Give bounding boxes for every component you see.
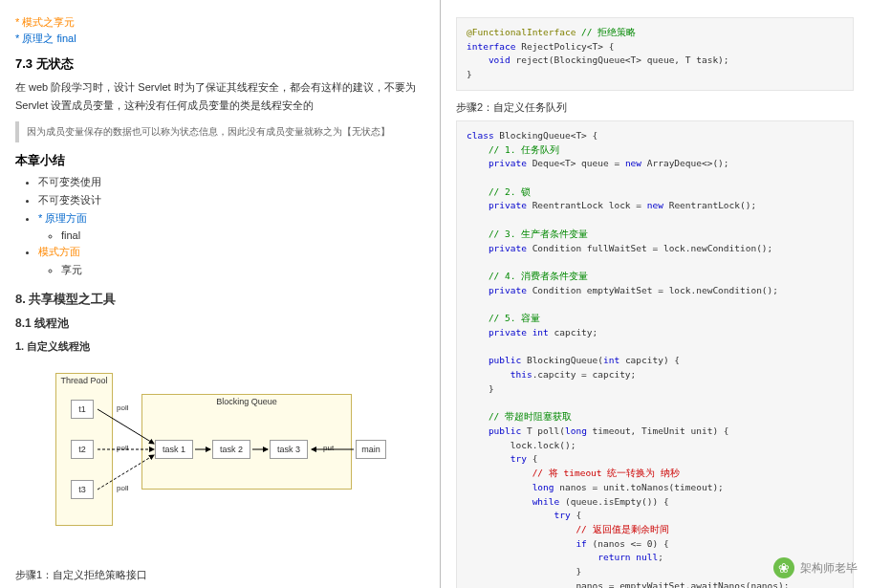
thread-t3: t3 (71, 480, 94, 499)
link-principle[interactable]: * 原理方面 (38, 212, 87, 224)
step-1-label: 步骤1：自定义拒绝策略接口 (15, 568, 424, 582)
main-box: main (356, 440, 386, 459)
thread-t2: t2 (71, 440, 94, 459)
list-item: 不可变类使用 (38, 175, 424, 189)
blockquote-stateless: 因为成员变量保存的数据也可以称为状态信息，因此没有成员变量就称之为【无状态】 (15, 121, 424, 142)
para-7-3: 在 web 阶段学习时，设计 Servlet 时为了保证其线程安全，都会有这样的… (15, 78, 424, 114)
heading-7-3: 7.3 无状态 (15, 55, 424, 73)
task-1: task 1 (155, 440, 193, 459)
summary-list: 不可变类使用 不可变类设计 * 原理方面 final 模式方面 享元 (38, 175, 424, 277)
link-pattern[interactable]: 模式方面 (38, 246, 80, 257)
left-column: * 模式之享元 * 原理之 final 7.3 无状态 在 web 阶段学习时，… (0, 0, 440, 588)
step-2-label: 步骤2：自定义任务队列 (456, 100, 854, 115)
watermark-text: 架构师老毕 (800, 560, 858, 577)
task-3: task 3 (270, 440, 308, 459)
list-item: * 原理方面 final (38, 211, 424, 241)
list-item: final (61, 229, 424, 241)
thread-t1: t1 (71, 400, 94, 419)
heading-8-1: 8.1 线程池 (15, 316, 424, 332)
label-poll: poll (117, 444, 128, 452)
label-poll: poll (117, 403, 128, 412)
list-item: 享元 (61, 263, 424, 277)
link-final[interactable]: * 原理之 final (15, 32, 424, 46)
task-2: task 2 (212, 440, 250, 459)
label-put: put (323, 444, 334, 452)
wechat-icon: ❀ (773, 557, 794, 578)
threadpool-diagram: Thread Pool t1 t2 t3 Blocking Queue task… (15, 367, 398, 558)
label-poll: poll (117, 484, 128, 492)
heading-8: 8. 共享模型之工具 (15, 291, 424, 308)
link-flyweight[interactable]: * 模式之享元 (15, 15, 424, 30)
heading-summary: 本章小结 (15, 152, 424, 169)
code-reject-policy: @FunctionalInterface // 拒绝策略 interface R… (456, 17, 854, 91)
list-item: 模式方面 享元 (38, 245, 424, 277)
list-item: 不可变类设计 (38, 193, 424, 207)
code-blocking-queue: class BlockingQueue<T> { // 1. 任务队列 priv… (456, 120, 854, 588)
right-column: @FunctionalInterface // 拒绝策略 interface R… (440, 0, 869, 588)
watermark: ❀ 架构师老毕 (773, 557, 858, 578)
heading-8-1-1: 1. 自定义线程池 (15, 339, 424, 354)
